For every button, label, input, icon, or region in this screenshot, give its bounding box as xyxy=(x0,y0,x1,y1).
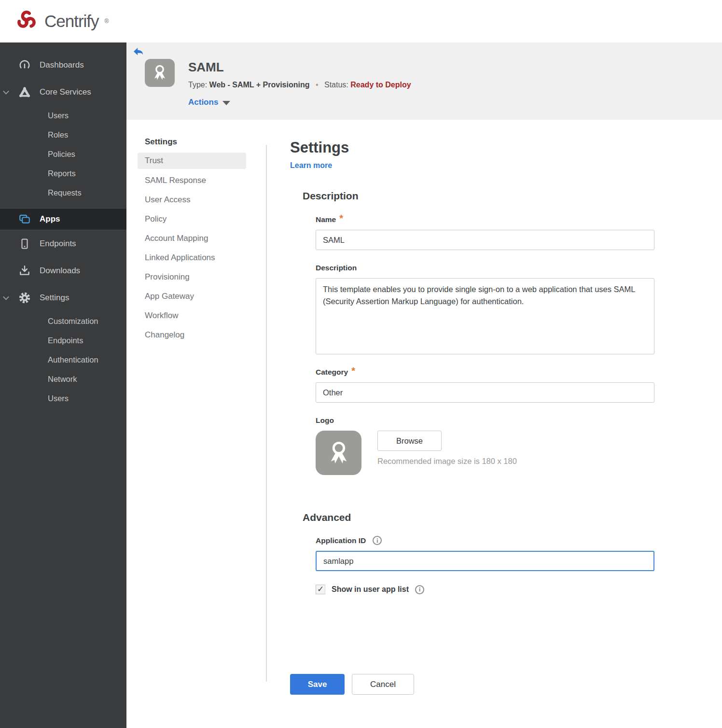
sidebar-item-settings-endpoints[interactable]: Endpoints xyxy=(0,331,126,350)
subnav-item-saml-response[interactable]: SAML Response xyxy=(138,172,246,191)
info-icon[interactable] xyxy=(373,536,382,545)
sidebar-item-network[interactable]: Network xyxy=(0,369,126,389)
category-label-text: Category xyxy=(316,368,348,377)
core-services-icon xyxy=(18,86,31,98)
subnav-item-user-access[interactable]: User Access xyxy=(138,191,246,210)
application-id-input[interactable] xyxy=(316,551,654,571)
subnav-item-provisioning[interactable]: Provisioning xyxy=(138,268,246,288)
sidebar-item-dashboards[interactable]: Dashboards xyxy=(0,52,126,79)
sidebar-item-apps[interactable]: Apps xyxy=(0,208,126,230)
logo-label-text: Logo xyxy=(316,416,334,425)
sidebar-item-label: Endpoints xyxy=(40,239,76,249)
subnav-item-app-gateway[interactable]: App Gateway xyxy=(138,288,246,307)
chevron-down-icon xyxy=(3,88,9,95)
logo-preview-tile xyxy=(316,431,361,475)
subnav-item-changelog[interactable]: Changelog xyxy=(138,326,246,346)
sidebar-item-policies[interactable]: Policies xyxy=(0,144,126,164)
type-label: Type: xyxy=(188,81,207,89)
category-input[interactable] xyxy=(316,382,654,403)
required-asterisk: * xyxy=(339,213,343,224)
logo-size-hint: Recommended image size is 180 x 180 xyxy=(377,457,517,466)
subnav-item-workflow[interactable]: Workflow xyxy=(138,307,246,326)
award-ribbon-icon xyxy=(325,438,352,467)
description-section-heading: Description xyxy=(303,190,686,202)
brand-logo: Centrify ® xyxy=(14,7,109,35)
sidebar-item-settings-users[interactable]: Users xyxy=(0,389,126,408)
sidebar-item-label: Apps xyxy=(40,214,60,224)
sidebar: Dashboards Core Services Users Roles Pol… xyxy=(0,42,126,728)
sidebar-item-downloads[interactable]: Downloads xyxy=(0,257,126,284)
main-panel: SAML Type: Web - SAML + Provisioning • S… xyxy=(126,42,722,728)
actions-label: Actions xyxy=(188,98,218,107)
name-label-text: Name xyxy=(316,215,336,224)
sidebar-item-settings[interactable]: Settings xyxy=(0,284,126,311)
actions-dropdown[interactable]: Actions xyxy=(188,98,230,107)
award-ribbon-icon xyxy=(151,63,169,83)
subnav-item-trust[interactable]: Trust xyxy=(138,153,246,169)
meta-separator: • xyxy=(316,81,319,89)
settings-subnav: Settings Trust SAML Response User Access… xyxy=(126,120,266,728)
sidebar-item-authentication[interactable]: Authentication xyxy=(0,350,126,369)
name-input[interactable] xyxy=(316,230,654,250)
status-value: Ready to Deploy xyxy=(350,81,411,89)
application-id-label-text: Application ID xyxy=(316,536,366,545)
subnav-item-linked-applications[interactable]: Linked Applications xyxy=(138,249,246,268)
sidebar-item-users[interactable]: Users xyxy=(0,106,126,125)
page-title: Settings xyxy=(290,139,686,156)
brand-trademark: ® xyxy=(105,18,109,25)
sidebar-item-requests[interactable]: Requests xyxy=(0,183,126,202)
name-label: Name * xyxy=(316,215,686,224)
app-header: SAML Type: Web - SAML + Provisioning • S… xyxy=(126,42,722,120)
show-in-user-app-list-checkbox[interactable] xyxy=(316,585,325,594)
app-title: SAML xyxy=(188,60,411,75)
centrify-pinwheel-icon xyxy=(14,7,40,35)
status-label: Status: xyxy=(324,81,348,89)
sidebar-item-core-services[interactable]: Core Services xyxy=(0,79,126,106)
subnav-heading: Settings xyxy=(145,137,266,147)
application-id-label: Application ID xyxy=(316,536,686,545)
required-asterisk: * xyxy=(351,365,355,377)
mobile-device-icon xyxy=(18,238,31,250)
sidebar-item-label: Downloads xyxy=(40,266,80,276)
app-logo-tile xyxy=(145,59,175,87)
vertical-divider xyxy=(266,145,267,682)
sidebar-item-roles[interactable]: Roles xyxy=(0,125,126,144)
logo-label: Logo xyxy=(316,416,686,425)
category-label: Category * xyxy=(316,368,686,377)
show-in-user-app-list-label: Show in user app list xyxy=(332,585,409,594)
chevron-down-icon xyxy=(3,294,9,300)
apps-icon xyxy=(18,213,31,225)
learn-more-link[interactable]: Learn more xyxy=(290,161,332,170)
settings-form: Settings Learn more Description Name * D… xyxy=(290,120,686,728)
type-value: Web - SAML + Provisioning xyxy=(209,81,310,89)
info-icon[interactable] xyxy=(415,585,424,594)
app-meta: Type: Web - SAML + Provisioning • Status… xyxy=(188,81,411,89)
description-textarea[interactable]: This template enables you to provide sin… xyxy=(316,278,654,354)
download-icon xyxy=(18,265,31,277)
subnav-item-policy[interactable]: Policy xyxy=(138,210,246,230)
sidebar-item-reports[interactable]: Reports xyxy=(0,164,126,183)
gear-icon xyxy=(18,292,31,304)
cancel-button[interactable]: Cancel xyxy=(352,674,414,695)
browse-button[interactable]: Browse xyxy=(377,431,442,451)
sidebar-item-endpoints[interactable]: Endpoints xyxy=(0,230,126,257)
description-label-text: Description xyxy=(316,264,357,272)
description-label: Description xyxy=(316,264,686,272)
subnav-item-account-mapping[interactable]: Account Mapping xyxy=(138,230,246,249)
chevron-down-icon xyxy=(222,101,230,105)
sidebar-item-customization[interactable]: Customization xyxy=(0,311,126,331)
sidebar-item-label: Core Services xyxy=(40,87,91,97)
sidebar-item-label: Dashboards xyxy=(40,60,84,70)
brand-name: Centrify xyxy=(44,12,99,31)
save-button[interactable]: Save xyxy=(290,674,345,695)
back-arrow-icon[interactable] xyxy=(133,47,144,57)
advanced-section-heading: Advanced xyxy=(303,512,686,523)
gauge-icon xyxy=(18,59,31,71)
top-bar: Centrify ® xyxy=(0,0,722,42)
sidebar-item-label: Settings xyxy=(40,293,69,303)
